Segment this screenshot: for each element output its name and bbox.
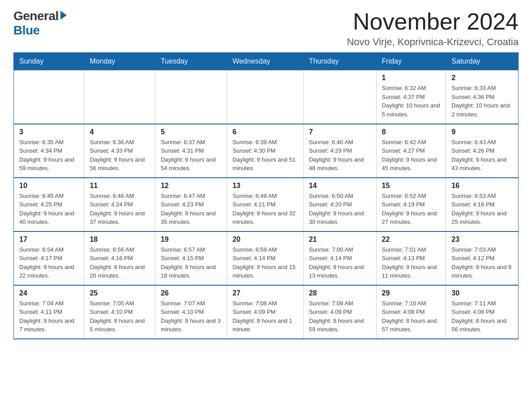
- calendar-cell: 5Sunrise: 6:37 AMSunset: 4:31 PMDaylight…: [155, 124, 227, 178]
- day-info: Sunrise: 7:10 AMSunset: 4:08 PMDaylight:…: [382, 299, 441, 334]
- header-sunday: Sunday: [14, 53, 84, 70]
- day-info: Sunrise: 6:42 AMSunset: 4:27 PMDaylight:…: [382, 138, 441, 173]
- day-number: 20: [232, 235, 298, 244]
- day-number: 2: [451, 74, 513, 82]
- day-info: Sunrise: 6:45 AMSunset: 4:25 PMDaylight:…: [19, 192, 78, 227]
- calendar-cell: 9Sunrise: 6:43 AMSunset: 4:26 PMDaylight…: [446, 124, 519, 178]
- day-number: 26: [161, 289, 221, 297]
- day-number: 21: [309, 235, 371, 244]
- calendar-cell: 26Sunrise: 7:07 AMSunset: 4:10 PMDayligh…: [155, 285, 227, 339]
- day-number: 6: [232, 128, 298, 136]
- calendar-cell: [155, 70, 227, 124]
- calendar-cell: 13Sunrise: 6:49 AMSunset: 4:21 PMDayligh…: [227, 178, 304, 231]
- calendar-title: November 2024: [347, 9, 519, 34]
- day-number: 1: [382, 74, 441, 82]
- calendar-week-row: 3Sunrise: 6:35 AMSunset: 4:34 PMDaylight…: [14, 124, 519, 178]
- calendar-cell: 27Sunrise: 7:08 AMSunset: 4:09 PMDayligh…: [227, 285, 304, 339]
- day-info: Sunrise: 7:07 AMSunset: 4:10 PMDaylight:…: [161, 299, 221, 334]
- day-info: Sunrise: 6:32 AMSunset: 4:37 PMDaylight:…: [382, 84, 441, 119]
- calendar-cell: 8Sunrise: 6:42 AMSunset: 4:27 PMDaylight…: [376, 124, 446, 178]
- day-info: Sunrise: 7:05 AMSunset: 4:10 PMDaylight:…: [90, 299, 150, 334]
- calendar-cell: 11Sunrise: 6:46 AMSunset: 4:24 PMDayligh…: [84, 178, 155, 231]
- logo-general-text: General: [13, 9, 59, 23]
- calendar-cell: 10Sunrise: 6:45 AMSunset: 4:25 PMDayligh…: [14, 178, 84, 231]
- day-info: Sunrise: 6:53 AMSunset: 4:18 PMDaylight:…: [451, 192, 513, 227]
- day-number: 15: [382, 182, 441, 190]
- day-info: Sunrise: 6:43 AMSunset: 4:26 PMDaylight:…: [451, 138, 513, 173]
- header-saturday: Saturday: [446, 53, 519, 70]
- calendar-cell: 30Sunrise: 7:11 AMSunset: 4:08 PMDayligh…: [446, 285, 519, 339]
- logo: General Blue: [13, 9, 67, 38]
- day-number: 18: [90, 235, 150, 244]
- calendar-subtitle: Novo Virje, Koprivnica-Krizevci, Croatia: [347, 36, 519, 48]
- day-info: Sunrise: 7:04 AMSunset: 4:11 PMDaylight:…: [19, 299, 78, 334]
- calendar-cell: 22Sunrise: 7:01 AMSunset: 4:13 PMDayligh…: [376, 231, 446, 285]
- day-info: Sunrise: 6:46 AMSunset: 4:24 PMDaylight:…: [90, 192, 150, 227]
- calendar-cell: 12Sunrise: 6:47 AMSunset: 4:23 PMDayligh…: [155, 178, 227, 231]
- day-info: Sunrise: 7:00 AMSunset: 4:14 PMDaylight:…: [309, 245, 371, 280]
- calendar-cell: 1Sunrise: 6:32 AMSunset: 4:37 PMDaylight…: [376, 70, 446, 124]
- day-number: 30: [451, 289, 513, 297]
- day-number: 7: [309, 128, 371, 136]
- day-number: 8: [382, 128, 441, 136]
- day-info: Sunrise: 6:37 AMSunset: 4:31 PMDaylight:…: [161, 138, 221, 173]
- day-info: Sunrise: 7:03 AMSunset: 4:12 PMDaylight:…: [451, 245, 513, 280]
- calendar-cell: 15Sunrise: 6:52 AMSunset: 4:19 PMDayligh…: [376, 178, 446, 231]
- day-number: 11: [90, 182, 150, 190]
- header-monday: Monday: [84, 53, 155, 70]
- calendar-cell: 6Sunrise: 6:39 AMSunset: 4:30 PMDaylight…: [227, 124, 304, 178]
- calendar-cell: 18Sunrise: 6:56 AMSunset: 4:16 PMDayligh…: [84, 231, 155, 285]
- day-number: 14: [309, 182, 371, 190]
- day-info: Sunrise: 7:01 AMSunset: 4:13 PMDaylight:…: [382, 245, 441, 280]
- calendar-cell: [303, 70, 376, 124]
- day-info: Sunrise: 6:52 AMSunset: 4:19 PMDaylight:…: [382, 192, 441, 227]
- calendar-week-row: 17Sunrise: 6:54 AMSunset: 4:17 PMDayligh…: [14, 231, 519, 285]
- day-info: Sunrise: 6:50 AMSunset: 4:20 PMDaylight:…: [309, 192, 371, 227]
- calendar-cell: 24Sunrise: 7:04 AMSunset: 4:11 PMDayligh…: [14, 285, 84, 339]
- title-block: November 2024 Novo Virje, Koprivnica-Kri…: [347, 9, 519, 48]
- day-info: Sunrise: 6:33 AMSunset: 4:36 PMDaylight:…: [451, 84, 513, 119]
- day-number: 10: [19, 182, 78, 190]
- day-info: Sunrise: 6:35 AMSunset: 4:34 PMDaylight:…: [19, 138, 78, 173]
- day-number: 13: [232, 182, 298, 190]
- day-info: Sunrise: 6:36 AMSunset: 4:33 PMDaylight:…: [90, 138, 150, 173]
- calendar-cell: 23Sunrise: 7:03 AMSunset: 4:12 PMDayligh…: [446, 231, 519, 285]
- calendar-week-row: 24Sunrise: 7:04 AMSunset: 4:11 PMDayligh…: [14, 285, 519, 339]
- calendar-cell: [227, 70, 304, 124]
- day-info: Sunrise: 6:54 AMSunset: 4:17 PMDaylight:…: [19, 245, 78, 280]
- calendar-cell: [84, 70, 155, 124]
- page-header: General Blue November 2024 Novo Virje, K…: [13, 9, 519, 48]
- calendar-header-row: Sunday Monday Tuesday Wednesday Thursday…: [14, 53, 519, 70]
- header-friday: Friday: [376, 53, 446, 70]
- day-number: 22: [382, 235, 441, 244]
- day-info: Sunrise: 7:08 AMSunset: 4:09 PMDaylight:…: [232, 299, 298, 334]
- calendar-cell: 3Sunrise: 6:35 AMSunset: 4:34 PMDaylight…: [14, 124, 84, 178]
- day-number: 23: [451, 235, 513, 244]
- day-number: 12: [161, 182, 221, 190]
- day-number: 24: [19, 289, 78, 297]
- calendar-cell: 4Sunrise: 6:36 AMSunset: 4:33 PMDaylight…: [84, 124, 155, 178]
- day-number: 17: [19, 235, 78, 244]
- day-number: 4: [90, 128, 150, 136]
- day-info: Sunrise: 7:09 AMSunset: 4:09 PMDaylight:…: [309, 299, 371, 334]
- day-number: 28: [309, 289, 371, 297]
- calendar-cell: 2Sunrise: 6:33 AMSunset: 4:36 PMDaylight…: [446, 70, 519, 124]
- calendar-table: Sunday Monday Tuesday Wednesday Thursday…: [13, 52, 519, 339]
- calendar-cell: 16Sunrise: 6:53 AMSunset: 4:18 PMDayligh…: [446, 178, 519, 231]
- calendar-week-row: 1Sunrise: 6:32 AMSunset: 4:37 PMDaylight…: [14, 70, 519, 124]
- day-number: 3: [19, 128, 78, 136]
- day-info: Sunrise: 6:56 AMSunset: 4:16 PMDaylight:…: [90, 245, 150, 280]
- day-info: Sunrise: 6:47 AMSunset: 4:23 PMDaylight:…: [161, 192, 221, 227]
- calendar-cell: 29Sunrise: 7:10 AMSunset: 4:08 PMDayligh…: [376, 285, 446, 339]
- day-info: Sunrise: 6:49 AMSunset: 4:21 PMDaylight:…: [232, 192, 298, 227]
- day-number: 27: [232, 289, 298, 297]
- header-thursday: Thursday: [303, 53, 376, 70]
- calendar-cell: [14, 70, 84, 124]
- day-info: Sunrise: 6:40 AMSunset: 4:29 PMDaylight:…: [309, 138, 371, 173]
- day-number: 5: [161, 128, 221, 136]
- day-info: Sunrise: 7:11 AMSunset: 4:08 PMDaylight:…: [451, 299, 513, 334]
- day-number: 9: [451, 128, 513, 136]
- calendar-cell: 19Sunrise: 6:57 AMSunset: 4:15 PMDayligh…: [155, 231, 227, 285]
- calendar-week-row: 10Sunrise: 6:45 AMSunset: 4:25 PMDayligh…: [14, 178, 519, 231]
- day-info: Sunrise: 6:39 AMSunset: 4:30 PMDaylight:…: [232, 138, 298, 173]
